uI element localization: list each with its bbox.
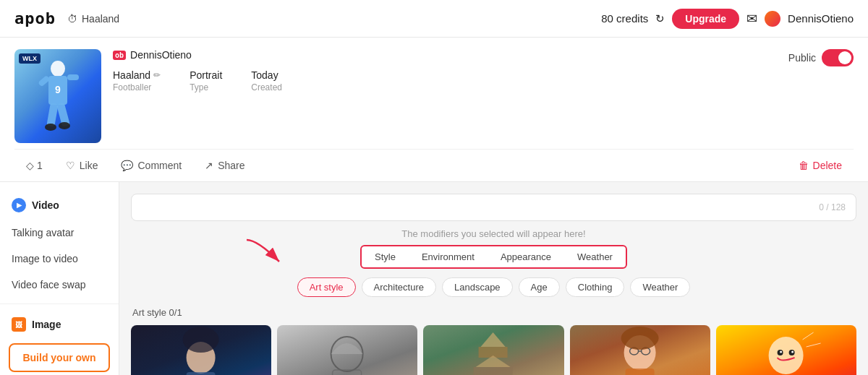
profile-created-value: Today — [251, 69, 282, 81]
svg-point-7 — [45, 124, 56, 131]
image-section-label: Image — [32, 319, 61, 330]
chinese-anime-art — [423, 325, 563, 375]
header: apob ⏱ Haaland 80 credits ↻ Upgrade ✉ De… — [0, 0, 868, 38]
delete-button[interactable]: 🗑 Delete — [787, 155, 854, 176]
cute-3d-art — [570, 325, 710, 375]
svg-point-0 — [51, 61, 65, 77]
category-tab-appearance[interactable]: Appearance — [488, 246, 564, 267]
grid-item-bg-2: Chinese Anime — [423, 325, 563, 375]
category-tab-weather[interactable]: Weather — [564, 246, 626, 267]
cute-comic-art — [716, 325, 856, 375]
grid-item-vintage-anime[interactable]: Vintage Anime — [131, 325, 271, 375]
profile-image: 9 WLX — [14, 49, 101, 143]
comment-icon: 💬 — [121, 160, 133, 171]
comment-button[interactable]: 💬 Comment — [109, 155, 193, 176]
grid-item-bg-3: Cute 3d — [570, 325, 710, 375]
comment-label: Comment — [137, 160, 182, 171]
grid-item-anime-sketch[interactable]: Anime Sketch — [277, 325, 417, 375]
sidebar-video-label: Video — [32, 199, 59, 211]
red-arrow-svg — [243, 236, 301, 269]
sidebar-item-video-face-swap[interactable]: Video face swap — [0, 272, 119, 298]
pill-age[interactable]: Age — [519, 277, 560, 297]
profile-section: 9 WLX ob DennisOtieno — [0, 38, 868, 182]
public-toggle: Public — [788, 49, 854, 66]
header-username: DennisOtieno — [788, 12, 854, 25]
svg-rect-3 — [38, 75, 50, 87]
grid-item-bg-1: Anime Sketch — [277, 325, 417, 375]
talking-avatar-label: Talking avatar — [12, 227, 74, 238]
diamond-badge: ◇ 1 — [14, 155, 54, 176]
category-tab-environment[interactable]: Environment — [409, 246, 488, 267]
svg-point-29 — [791, 351, 793, 353]
prompt-bar: 0 / 128 — [131, 194, 856, 221]
content-area: 0 / 128 The modifiers you selected will … — [119, 182, 868, 375]
prompt-input[interactable] — [142, 202, 819, 213]
share-label: Share — [218, 160, 244, 171]
toggle-switch[interactable] — [822, 49, 854, 66]
profile-title-value: Haaland ✏ — [113, 69, 161, 81]
profile-meta: ob DennisOtieno Haaland ✏ Footballer Por… — [113, 49, 777, 100]
sidebar-image-section: 🖼 Image Build your own — [0, 303, 119, 375]
profile-username-text: DennisOtieno — [130, 49, 192, 61]
share-button[interactable]: ↗ Share — [193, 155, 256, 176]
pill-architecture[interactable]: Architecture — [362, 277, 436, 297]
profile-created-field: Today Created — [251, 69, 282, 92]
pill-clothing[interactable]: Clothing — [566, 277, 625, 297]
history-label: Haaland — [82, 13, 119, 25]
upgrade-button[interactable]: Upgrade — [672, 9, 739, 29]
pill-weather[interactable]: Weather — [630, 277, 690, 297]
header-credits: 80 credits ↻ Upgrade ✉ DennisOtieno — [601, 9, 854, 29]
image-to-video-label: Image to video — [12, 253, 78, 264]
history-icon: ⏱ — [67, 13, 77, 25]
like-icon: ♡ — [66, 160, 75, 171]
sidebar-item-video[interactable]: ▶ Video — [0, 191, 119, 220]
svg-rect-18 — [474, 367, 513, 375]
svg-point-23 — [621, 327, 658, 350]
grid-item-chinese-anime[interactable]: Chinese Anime — [423, 325, 563, 375]
svg-text:9: 9 — [55, 84, 61, 95]
video-icon: ▶ — [12, 198, 26, 212]
sidebar: ▶ Video Talking avatar Image to video Vi… — [0, 182, 119, 375]
refresh-icon[interactable]: ↻ — [655, 12, 665, 25]
pill-art-style[interactable]: Art style — [297, 277, 356, 297]
image-grid: Vintage Anime Anime Sketch — [131, 325, 856, 375]
profile-title-field: Haaland ✏ Footballer — [113, 69, 161, 92]
svg-line-31 — [806, 343, 820, 347]
sidebar-item-image-to-video[interactable]: Image to video — [0, 246, 119, 272]
sidebar-image-header: 🖼 Image — [0, 310, 119, 339]
vintage-anime-art — [131, 325, 271, 375]
pill-landscape[interactable]: Landscape — [442, 277, 513, 297]
edit-icon[interactable]: ✏ — [153, 70, 161, 80]
char-count: 0 / 128 — [819, 202, 846, 212]
category-tab-style[interactable]: Style — [362, 246, 409, 267]
category-box: Style Environment Appearance Weather — [360, 245, 627, 269]
svg-point-28 — [780, 351, 782, 353]
share-icon: ↗ — [205, 160, 213, 171]
brand-badge: ob — [113, 51, 126, 60]
video-face-swap-label: Video face swap — [12, 279, 85, 290]
profile-type-field: Portrait Type — [190, 69, 222, 92]
diamond-icon: ◇ — [26, 160, 34, 171]
anime-sketch-art — [277, 325, 417, 375]
svg-marker-15 — [481, 332, 506, 347]
art-style-label: Art style 0/1 — [131, 307, 856, 318]
svg-point-8 — [59, 122, 70, 129]
header-history[interactable]: ⏱ Haaland — [67, 13, 119, 25]
grid-item-cute-3d[interactable]: Cute 3d — [570, 325, 710, 375]
team-badge: WLX — [19, 53, 41, 64]
public-label: Public — [788, 52, 816, 64]
grid-item-cute-comic[interactable]: Cute comic — [716, 325, 856, 375]
profile-type-value: Portrait — [190, 69, 222, 81]
avatar — [765, 11, 780, 27]
like-button[interactable]: ♡ Like — [54, 155, 110, 176]
main-layout: ▶ Video Talking avatar Image to video Vi… — [0, 182, 868, 375]
svg-rect-4 — [67, 74, 79, 80]
profile-username-row: ob DennisOtieno — [113, 49, 777, 61]
build-own-button[interactable]: Build your own — [9, 343, 110, 372]
svg-rect-24 — [625, 368, 654, 375]
profile-actions: ◇ 1 ♡ Like 💬 Comment ↗ Share 🗑 Delete — [14, 149, 854, 181]
profile-type-label: Type — [190, 82, 208, 92]
grid-item-bg-0: Vintage Anime — [131, 325, 271, 375]
sidebar-item-talking-avatar[interactable]: Talking avatar — [0, 220, 119, 246]
mail-icon[interactable]: ✉ — [746, 11, 757, 27]
